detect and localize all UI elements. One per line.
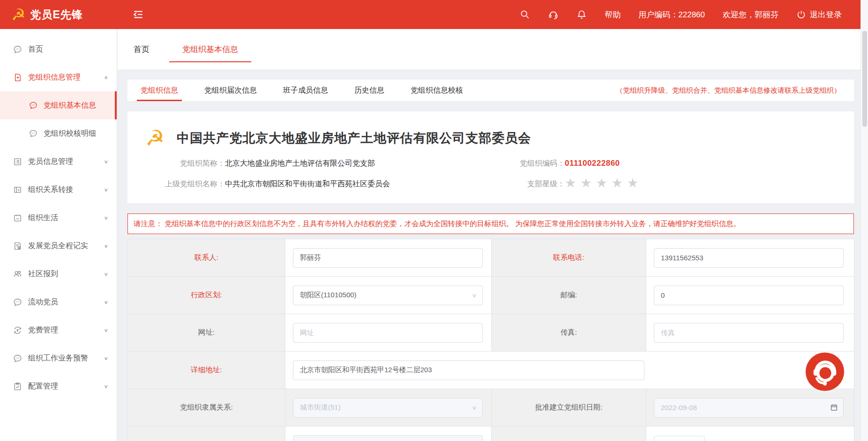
app-logo: ☭ 党员E先锋 bbox=[0, 7, 117, 22]
sidebar-item-config-mgmt[interactable]: 配置管理 ∨ bbox=[0, 372, 117, 400]
chevron-down-icon: ∨ bbox=[104, 383, 108, 389]
table-row: 详细地址: bbox=[128, 352, 854, 389]
chat-icon bbox=[13, 298, 22, 307]
website-label: 网址: bbox=[198, 328, 215, 336]
sidebar: 首页 党组织信息管理 ∧ 党组织基本信息 党组织校核明细 党员信息管理 ∨ 组织… bbox=[0, 29, 117, 441]
sidebar-item-member-info-mgmt[interactable]: 党员信息管理 ∨ bbox=[0, 147, 117, 176]
chat-icon bbox=[13, 45, 22, 54]
table-row: 党组织隶属关系: 城市街道(51) ∨ 批准建立党组织日期: 2022-09-0… bbox=[128, 389, 854, 426]
search-icon[interactable] bbox=[520, 9, 530, 20]
subtab-org-info-check[interactable]: 党组织信息校核 bbox=[411, 80, 463, 101]
chevron-down-icon: ∨ bbox=[104, 271, 108, 277]
admin-division-select[interactable]: 朝阳区(11010500) ∨ bbox=[293, 286, 483, 305]
detail-address-input[interactable] bbox=[293, 360, 644, 380]
org-short-name-label: 党组织简称： bbox=[127, 159, 225, 169]
fax-input[interactable] bbox=[654, 323, 844, 343]
chevron-down-icon: ∨ bbox=[472, 292, 477, 298]
doc-plus-icon bbox=[13, 73, 22, 82]
coin-icon bbox=[13, 326, 22, 335]
table-row: 行政区划: 朝阳区(11010500) ∨ 邮编: bbox=[128, 277, 854, 314]
chevron-down-icon: ∨ bbox=[104, 187, 108, 192]
table-row: 网址: 传真: bbox=[128, 314, 854, 352]
tab-home[interactable]: 首页 bbox=[131, 44, 152, 55]
approval-date-label: 批准建立党组织日期: bbox=[535, 403, 603, 411]
bell-icon[interactable] bbox=[576, 9, 587, 20]
doc-check-icon bbox=[13, 242, 22, 250]
sidebar-item-org-check-detail[interactable]: 党组织校核明细 bbox=[0, 119, 117, 147]
menu-collapse-icon bbox=[132, 8, 144, 21]
chat-icon bbox=[29, 101, 37, 110]
welcome-text: 欢迎您，郭丽芬 bbox=[723, 9, 778, 20]
people-icon bbox=[13, 270, 22, 279]
chevron-down-icon: ∨ bbox=[104, 355, 108, 361]
chevron-down-icon: ∨ bbox=[472, 404, 477, 411]
parent-org-label: 上级党组织名称： bbox=[127, 179, 225, 189]
app-header: ☭ 党员E先锋 帮助 用户编码：222860 欢迎您，郭丽芬 退出登录 bbox=[0, 0, 868, 29]
org-info-card: ☭ 中国共产党北京大地盛业房地产土地评估有限公司支部委员会 党组织简称： 北京大… bbox=[127, 111, 854, 203]
contact-phone-label: 联系电话: bbox=[553, 253, 584, 261]
sidebar-item-community-report[interactable]: 社区报到 ∨ bbox=[0, 260, 117, 288]
org-affiliation-select[interactable]: 城市街道(51) ∨ bbox=[293, 398, 483, 418]
subtab-note: （党组织升降级、党组织合并、党组织基本信息修改请联系上级党组织） bbox=[616, 86, 841, 95]
contact-phone-input[interactable] bbox=[654, 248, 844, 268]
chevron-down-icon: ∨ bbox=[104, 159, 108, 164]
zipcode-input[interactable] bbox=[654, 286, 844, 305]
subtab-team-members[interactable]: 班子成员信息 bbox=[283, 80, 328, 101]
subtab-org-info[interactable]: 党组织信息 bbox=[141, 80, 178, 101]
clipboard-icon bbox=[13, 382, 22, 391]
sidebar-item-org-basic-info[interactable]: 党组织基本信息 bbox=[0, 91, 117, 119]
website-input[interactable] bbox=[293, 323, 483, 343]
help-link[interactable]: 帮助 bbox=[605, 9, 621, 20]
chevron-down-icon: ∨ bbox=[104, 243, 108, 249]
sidebar-item-home[interactable]: 首页 bbox=[0, 35, 117, 63]
card-icon bbox=[13, 185, 22, 194]
party-emblem-icon: ☭ bbox=[11, 7, 25, 22]
sidebar-item-org-info-mgmt[interactable]: 党组织信息管理 ∧ bbox=[0, 63, 117, 91]
headset-icon[interactable] bbox=[548, 9, 559, 20]
org-title: 中国共产党北京大地盛业房地产土地评估有限公司支部委员会 bbox=[177, 130, 531, 147]
notice-banner: 请注意： 党组织基本信息中的行政区划信息不为空，且具有市外转入办结权的党委，才会… bbox=[127, 213, 854, 234]
branch-star-rating: ★★★★★ bbox=[565, 177, 643, 190]
logout-icon bbox=[796, 10, 806, 20]
chevron-down-icon: ∨ bbox=[104, 215, 108, 220]
subtab-bar: 党组织信息 党组织届次信息 班子成员信息 历史信息 党组织信息校核 （党组织升降… bbox=[127, 80, 854, 101]
main-content: 首页 党组织基本信息 党组织信息 党组织届次信息 班子成员信息 历史信息 党组织… bbox=[118, 29, 861, 441]
sidebar-item-mobile-members[interactable]: 流动党员 ∨ bbox=[0, 288, 117, 316]
vertical-scrollbar bbox=[861, 0, 868, 441]
chat-icon bbox=[13, 354, 22, 363]
admin-division-label: 行政区划: bbox=[191, 291, 222, 299]
sidebar-item-work-warning[interactable]: 组织工作业务预警 ∨ bbox=[0, 344, 117, 372]
org-code: 011100222860 bbox=[565, 159, 620, 168]
table-row: 党组织类别: 党支部(631) ∨ 党组织建立批复文件: 上传文件 大地盛业批复… bbox=[128, 426, 854, 441]
org-info-form: 联系人: 联系电话: 行政区划: 朝阳区(11010500) ∨ 邮编: 网址:… bbox=[127, 239, 854, 441]
parent-org-name: 中共北京市朝阳区和平街街道和平西苑社区委员会 bbox=[225, 179, 390, 189]
approval-date-input[interactable]: 2022-09-08 bbox=[654, 398, 844, 418]
tab-bar: 首页 党组织基本信息 bbox=[118, 29, 861, 70]
logout-button[interactable]: 退出登录 bbox=[796, 9, 842, 20]
user-code: 用户编码：222860 bbox=[638, 9, 705, 20]
chat-icon bbox=[29, 129, 37, 138]
scrollbar-thumb[interactable] bbox=[862, 31, 867, 127]
sidebar-item-relation-transfer[interactable]: 组织关系转接 ∨ bbox=[0, 176, 117, 204]
contact-person-input[interactable] bbox=[293, 248, 483, 268]
chevron-down-icon: ∨ bbox=[104, 299, 108, 305]
app-title: 党员E先锋 bbox=[30, 7, 82, 22]
upload-file-button[interactable]: 上传文件 bbox=[654, 436, 705, 441]
sidebar-item-develop-record[interactable]: 发展党员全程记实 ∨ bbox=[0, 232, 117, 260]
org-code-label: 党组织编码： bbox=[456, 159, 565, 169]
subtab-org-term-info[interactable]: 党组织届次信息 bbox=[204, 80, 257, 101]
org-affiliation-label: 党组织隶属关系: bbox=[180, 403, 233, 411]
headset-service-icon bbox=[805, 352, 845, 391]
tab-org-basic-info[interactable]: 党组织基本信息 bbox=[180, 44, 241, 55]
fax-label: 传真: bbox=[561, 328, 577, 336]
subtab-history-info[interactable]: 历史信息 bbox=[354, 80, 384, 101]
sidebar-item-dues-mgmt[interactable]: 党费管理 ∨ bbox=[0, 316, 117, 344]
sidebar-collapse-button[interactable] bbox=[132, 8, 144, 21]
sidebar-item-org-life[interactable]: 组织生活 ∨ bbox=[0, 204, 117, 232]
org-category-select[interactable]: 党支部(631) ∨ bbox=[293, 435, 483, 441]
chevron-down-icon: ∨ bbox=[104, 327, 108, 333]
customer-service-button[interactable] bbox=[805, 352, 845, 391]
contact-person-label: 联系人: bbox=[195, 253, 218, 261]
branch-star-label: 支部星级： bbox=[456, 179, 565, 189]
calendar-icon bbox=[13, 213, 22, 222]
